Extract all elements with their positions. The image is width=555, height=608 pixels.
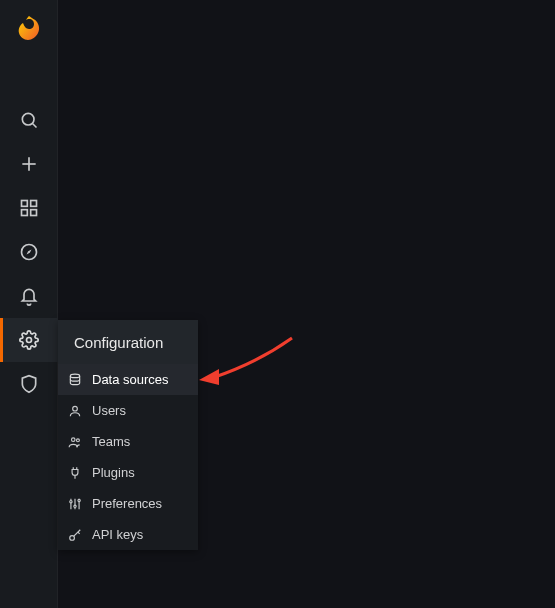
svg-line-23: [78, 532, 80, 534]
sliders-icon: [68, 497, 82, 511]
nav-section: [0, 98, 57, 406]
svg-marker-9: [27, 250, 32, 255]
svg-rect-7: [31, 210, 37, 216]
svg-line-1: [33, 124, 37, 128]
svg-point-12: [73, 406, 78, 411]
search-icon: [19, 110, 39, 130]
submenu-item-preferences[interactable]: Preferences: [58, 488, 198, 519]
configuration-submenu: Configuration Data sources Users Teams: [58, 320, 198, 550]
key-icon: [68, 528, 82, 542]
explore-icon: [19, 242, 39, 262]
plus-icon: [19, 154, 39, 174]
submenu-item-label: Data sources: [92, 372, 169, 387]
svg-point-18: [74, 505, 76, 507]
grafana-logo[interactable]: [0, 0, 58, 58]
submenu-item-label: Plugins: [92, 465, 135, 480]
shield-icon: [19, 374, 39, 394]
users-icon: [68, 435, 82, 449]
submenu-item-data-sources[interactable]: Data sources: [58, 364, 198, 395]
submenu-item-users[interactable]: Users: [58, 395, 198, 426]
submenu-item-plugins[interactable]: Plugins: [58, 457, 198, 488]
svg-point-14: [76, 438, 79, 441]
svg-point-11: [70, 374, 79, 378]
submenu-item-label: Preferences: [92, 496, 162, 511]
submenu-title: Configuration: [58, 320, 198, 364]
plug-icon: [68, 466, 82, 480]
svg-point-16: [70, 500, 72, 502]
nav-dashboards[interactable]: [0, 186, 58, 230]
alerting-icon: [19, 286, 39, 306]
nav-create[interactable]: [0, 142, 58, 186]
svg-rect-5: [31, 201, 37, 207]
submenu-item-label: API keys: [92, 527, 143, 542]
nav-explore[interactable]: [0, 230, 58, 274]
nav-search[interactable]: [0, 98, 58, 142]
svg-point-21: [70, 535, 75, 540]
svg-point-10: [27, 338, 32, 343]
svg-point-0: [22, 113, 34, 125]
submenu-item-label: Users: [92, 403, 126, 418]
svg-point-13: [72, 437, 76, 441]
gear-icon: [19, 330, 39, 350]
dashboards-icon: [19, 198, 39, 218]
svg-rect-4: [22, 201, 28, 207]
submenu-item-api-keys[interactable]: API keys: [58, 519, 198, 550]
database-icon: [68, 373, 82, 387]
svg-rect-6: [22, 210, 28, 216]
user-icon: [68, 404, 82, 418]
svg-point-20: [78, 499, 80, 501]
nav-configuration[interactable]: [0, 318, 58, 362]
nav-alerting[interactable]: [0, 274, 58, 318]
submenu-item-label: Teams: [92, 434, 130, 449]
submenu-item-teams[interactable]: Teams: [58, 426, 198, 457]
nav-server-admin[interactable]: [0, 362, 58, 406]
sidebar: [0, 0, 58, 608]
